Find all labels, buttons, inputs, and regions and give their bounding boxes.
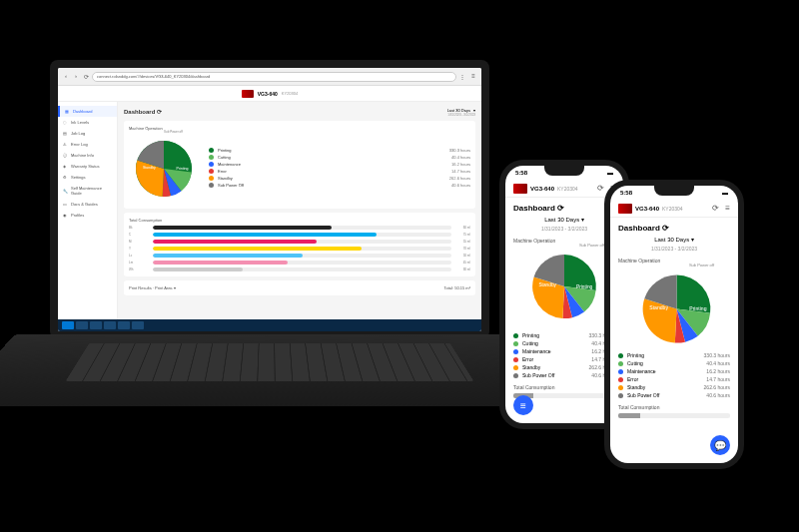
svg-text:Printing: Printing: [177, 167, 189, 171]
page-title: Dashboard ⟳: [124, 108, 162, 115]
legend: Printing330.3 hoursCutting40.4 hoursMain…: [618, 352, 730, 398]
pie-chart: Sub Power off Printing Standby: [634, 266, 714, 346]
ink-bar-row: M55 ml: [129, 240, 470, 244]
sidebar-item-profiles[interactable]: ◉Profiles: [58, 210, 117, 221]
pie-chart: Sub Power off Printing Standby: [524, 247, 604, 326]
forward-icon[interactable]: ›: [72, 73, 80, 81]
svg-text:Standby: Standby: [538, 282, 556, 287]
sidebar-item-machine[interactable]: ⓘMachine Info: [58, 150, 117, 161]
legend-row: Cutting40.4 hours: [618, 360, 730, 366]
svg-text:Standby: Standby: [649, 304, 668, 310]
legend-row: Standby262.6 hours: [513, 364, 615, 370]
legend: Printing330.3 hoursCutting40.4 hoursMain…: [513, 332, 615, 378]
brand-logo: [242, 90, 254, 98]
period-selector[interactable]: Last 30 Days ▾ 1/31/2023 - 3/2/2023: [447, 108, 475, 117]
ink-bar-row: Y70 ml: [129, 247, 470, 251]
legend-row: Sub Power Off40.6 hours: [209, 183, 470, 188]
legend-row: Printing330.3 hours: [618, 352, 730, 358]
refresh-icon[interactable]: ⟳: [597, 184, 604, 193]
legend-row: Maintenance16.2 hours: [209, 162, 470, 167]
machine-operation-card: Machine Operation Sub Power off: [124, 121, 475, 209]
legend-row: Printing330.3 hours: [513, 332, 615, 338]
sidebar-item-joblog[interactable]: ▤Job Log: [58, 128, 117, 139]
laptop-device: ‹ › ⟳ connect.rolanddg.com/#/devices/VG3…: [50, 60, 489, 379]
ink-bar-row: Wh30 ml: [129, 267, 470, 271]
sidebar-item-errorlog[interactable]: ⚠Error Log: [58, 139, 117, 150]
legend-row: Sub Power Off40.6 hours: [618, 392, 730, 398]
app-header: VG3-640 KY20304: [58, 86, 481, 102]
legend-row: Cutting40.4 hours: [209, 155, 470, 160]
legend-row: Maintenance16.2 hours: [513, 348, 615, 354]
ink-bar-row: Lc50 ml: [129, 254, 470, 258]
fab-button[interactable]: ≡: [513, 395, 533, 415]
browser-chrome: ‹ › ⟳ connect.rolanddg.com/#/devices/VG3…: [58, 68, 481, 86]
refresh-icon[interactable]: ⟳: [712, 204, 719, 213]
legend-row: Printing330.3 hours: [209, 148, 470, 153]
phone-device-2: 5:58▬ VG3-640KY20304 ⟳≡ Dashboard ⟳ Last…: [604, 180, 744, 469]
ink-bar-row: Lm45 ml: [129, 261, 470, 265]
svg-text:Printing: Printing: [576, 284, 593, 289]
legend-row: Sub Power Off40.6 hours: [513, 372, 615, 378]
sidebar-item-maintenance[interactable]: 🔧Self Maintenance Guide: [58, 183, 117, 199]
phone-app-header: VG3-640KY20304 ⟳≡: [610, 200, 738, 218]
ink-bar-row: Bk60 ml: [129, 226, 470, 230]
legend-row: Standby262.6 hours: [209, 176, 470, 181]
legend-row: Error14.7 hours: [618, 376, 730, 382]
device-serial: KY20304: [282, 91, 298, 96]
page-title: Dashboard ⟳: [618, 224, 730, 233]
phone-notch: [654, 186, 694, 196]
print-results-card: Print Results · Print Area ▾ Total: 50.1…: [124, 280, 475, 295]
period-selector[interactable]: Last 30 Days ▾: [513, 216, 615, 223]
ext-icon[interactable]: ⋮: [458, 73, 466, 81]
sidebar: ▦Dashboard ◌Ink Levels ▤Job Log ⚠Error L…: [58, 102, 118, 319]
legend-row: Cutting40.4 hours: [513, 340, 615, 346]
phone-notch: [544, 166, 584, 176]
device-model: VG3-640: [258, 91, 278, 97]
legend: Printing330.3 hoursCutting40.4 hoursMain…: [209, 148, 470, 190]
main-content: Dashboard ⟳ Last 30 Days ▾ 1/31/2023 - 3…: [118, 102, 481, 319]
legend-row: Error14.7 hours: [209, 169, 470, 174]
pie-chart: Sub Power off Printing: [129, 134, 199, 204]
legend-row: Maintenance16.2 hours: [618, 368, 730, 374]
ink-bar-row: C75 ml: [129, 233, 470, 237]
sidebar-item-warranty[interactable]: ◈Warranty Status: [58, 161, 117, 172]
period-selector[interactable]: Last 30 Days ▾: [618, 236, 730, 243]
consumption-bar: [618, 413, 730, 418]
page-title: Dashboard ⟳: [513, 204, 615, 213]
sidebar-item-dashboard[interactable]: ▦Dashboard: [58, 106, 117, 117]
back-icon[interactable]: ‹: [62, 73, 70, 81]
windows-taskbar[interactable]: [58, 319, 481, 331]
sidebar-item-docs[interactable]: ▭Docs & Guides: [58, 199, 117, 210]
legend-row: Error14.7 hours: [513, 356, 615, 362]
chat-fab[interactable]: 💬: [710, 435, 730, 455]
svg-text:Printing: Printing: [689, 305, 706, 311]
reload-icon[interactable]: ⟳: [82, 73, 90, 81]
svg-text:Standby: Standby: [143, 166, 156, 170]
total-consumption-card: Total Consumption Bk60 mlC75 mlM55 mlY70…: [124, 213, 475, 276]
menu-icon[interactable]: ≡: [725, 204, 730, 213]
legend-row: Standby262.6 hours: [618, 384, 730, 390]
sidebar-item-settings[interactable]: ⚙Settings: [58, 172, 117, 183]
url-bar[interactable]: connect.rolanddg.com/#/devices/VG3-640_K…: [92, 72, 456, 82]
sidebar-item-ink[interactable]: ◌Ink Levels: [58, 117, 117, 128]
menu-icon[interactable]: ≡: [469, 73, 477, 81]
laptop-screen: ‹ › ⟳ connect.rolanddg.com/#/devices/VG3…: [50, 60, 489, 339]
